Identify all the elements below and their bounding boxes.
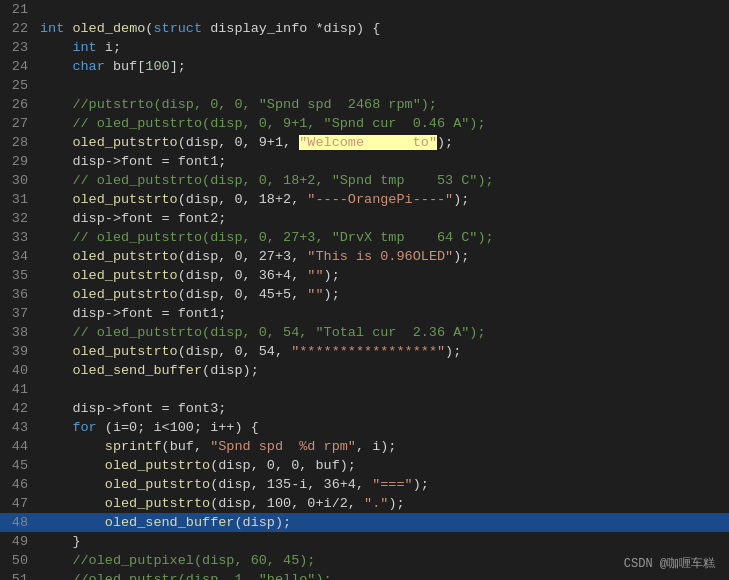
line-number: 49: [0, 532, 38, 551]
line-number: 44: [0, 437, 38, 456]
line-number: 46: [0, 475, 38, 494]
line-content: int i;: [38, 38, 729, 57]
line-content: oled_putstrto(disp, 100, 0+i/2, ".");: [38, 494, 729, 513]
line-number: 31: [0, 190, 38, 209]
code-line: 40 oled_send_buffer(disp);: [0, 361, 729, 380]
code-line: 45 oled_putstrto(disp, 0, 0, buf);: [0, 456, 729, 475]
line-number: 38: [0, 323, 38, 342]
code-line: 38 // oled_putstrto(disp, 0, 54, "Total …: [0, 323, 729, 342]
code-line: 26 //putstrto(disp, 0, 0, "Spnd spd 2468…: [0, 95, 729, 114]
code-line: 32 disp->font = font2;: [0, 209, 729, 228]
watermark: CSDN @咖喱车糕: [624, 555, 715, 572]
code-line: 46 oled_putstrto(disp, 135-i, 36+4, "===…: [0, 475, 729, 494]
line-number: 43: [0, 418, 38, 437]
line-content: char buf[100];: [38, 57, 729, 76]
line-number: 24: [0, 57, 38, 76]
line-content: oled_putstrto(disp, 0, 54, "************…: [38, 342, 729, 361]
line-number: 41: [0, 380, 38, 399]
line-number: 45: [0, 456, 38, 475]
code-line: 34 oled_putstrto(disp, 0, 27+3, "This is…: [0, 247, 729, 266]
line-content: disp->font = font2;: [38, 209, 729, 228]
line-content: int oled_demo(struct display_info *disp)…: [38, 19, 729, 38]
line-content: // oled_putstrto(disp, 0, 27+3, "DrvX tm…: [38, 228, 729, 247]
line-number: 22: [0, 19, 38, 38]
code-line: 47 oled_putstrto(disp, 100, 0+i/2, ".");: [0, 494, 729, 513]
code-line: 23 int i;: [0, 38, 729, 57]
line-content: disp->font = font1;: [38, 304, 729, 323]
line-content: oled_putstrto(disp, 135-i, 36+4, "===");: [38, 475, 729, 494]
line-content: // oled_putstrto(disp, 0, 9+1, "Spnd cur…: [38, 114, 729, 133]
line-content: //putstrto(disp, 0, 0, "Spnd spd 2468 rp…: [38, 95, 729, 114]
line-content: oled_putstrto(disp, 0, 9+1, "Welcome to"…: [38, 133, 729, 152]
code-line: 43 for (i=0; i<100; i++) {: [0, 418, 729, 437]
line-number: 48: [0, 513, 38, 532]
line-number: 23: [0, 38, 38, 57]
line-content: oled_putstrto(disp, 0, 27+3, "This is 0.…: [38, 247, 729, 266]
line-number: 47: [0, 494, 38, 513]
code-line: 21: [0, 0, 729, 19]
code-line: 39 oled_putstrto(disp, 0, 54, "*********…: [0, 342, 729, 361]
code-line: 28 oled_putstrto(disp, 0, 9+1, "Welcome …: [0, 133, 729, 152]
line-number: 50: [0, 551, 38, 570]
code-line: 31 oled_putstrto(disp, 0, 18+2, "----Ora…: [0, 190, 729, 209]
code-line: 27 // oled_putstrto(disp, 0, 9+1, "Spnd …: [0, 114, 729, 133]
code-line: 41: [0, 380, 729, 399]
code-line: 24 char buf[100];: [0, 57, 729, 76]
line-content: disp->font = font1;: [38, 152, 729, 171]
code-line: 29 disp->font = font1;: [0, 152, 729, 171]
code-line: 48 oled_send_buffer(disp);: [0, 513, 729, 532]
line-number: 30: [0, 171, 38, 190]
line-number: 35: [0, 266, 38, 285]
code-line: 37 disp->font = font1;: [0, 304, 729, 323]
line-number: 36: [0, 285, 38, 304]
line-number: 25: [0, 76, 38, 95]
line-content: oled_putstrto(disp, 0, 45+5, "");: [38, 285, 729, 304]
line-number: 51: [0, 570, 38, 580]
code-line: 49 }: [0, 532, 729, 551]
line-number: 29: [0, 152, 38, 171]
line-number: 27: [0, 114, 38, 133]
line-content: for (i=0; i<100; i++) {: [38, 418, 729, 437]
line-number: 39: [0, 342, 38, 361]
line-content: sprintf(buf, "Spnd spd %d rpm", i);: [38, 437, 729, 456]
code-line: 35 oled_putstrto(disp, 0, 36+4, "");: [0, 266, 729, 285]
line-content: disp->font = font3;: [38, 399, 729, 418]
code-line: 50 //oled_putpixel(disp, 60, 45);: [0, 551, 729, 570]
line-number: 32: [0, 209, 38, 228]
line-number: 42: [0, 399, 38, 418]
line-content: oled_send_buffer(disp);: [38, 361, 729, 380]
line-content: // oled_putstrto(disp, 0, 18+2, "Spnd tm…: [38, 171, 729, 190]
code-line: 44 sprintf(buf, "Spnd spd %d rpm", i);: [0, 437, 729, 456]
code-line: 25: [0, 76, 729, 95]
line-content: oled_putstrto(disp, 0, 18+2, "----Orange…: [38, 190, 729, 209]
code-line: 42 disp->font = font3;: [0, 399, 729, 418]
code-editor: 2122int oled_demo(struct display_info *d…: [0, 0, 729, 580]
line-number: 40: [0, 361, 38, 380]
line-number: 28: [0, 133, 38, 152]
code-line: 36 oled_putstrto(disp, 0, 45+5, "");: [0, 285, 729, 304]
line-number: 26: [0, 95, 38, 114]
code-line: 30 // oled_putstrto(disp, 0, 18+2, "Spnd…: [0, 171, 729, 190]
line-content: oled_putstrto(disp, 0, 0, buf);: [38, 456, 729, 475]
code-line: 51 //oled_putstr(disp, 1, "hello");: [0, 570, 729, 580]
code-line: 33 // oled_putstrto(disp, 0, 27+3, "DrvX…: [0, 228, 729, 247]
line-number: 37: [0, 304, 38, 323]
line-number: 34: [0, 247, 38, 266]
line-content: oled_send_buffer(disp);: [38, 513, 729, 532]
code-line: 22int oled_demo(struct display_info *dis…: [0, 19, 729, 38]
line-number: 33: [0, 228, 38, 247]
line-content: // oled_putstrto(disp, 0, 54, "Total cur…: [38, 323, 729, 342]
line-number: 21: [0, 0, 38, 19]
line-content: oled_putstrto(disp, 0, 36+4, "");: [38, 266, 729, 285]
line-content: }: [38, 532, 729, 551]
